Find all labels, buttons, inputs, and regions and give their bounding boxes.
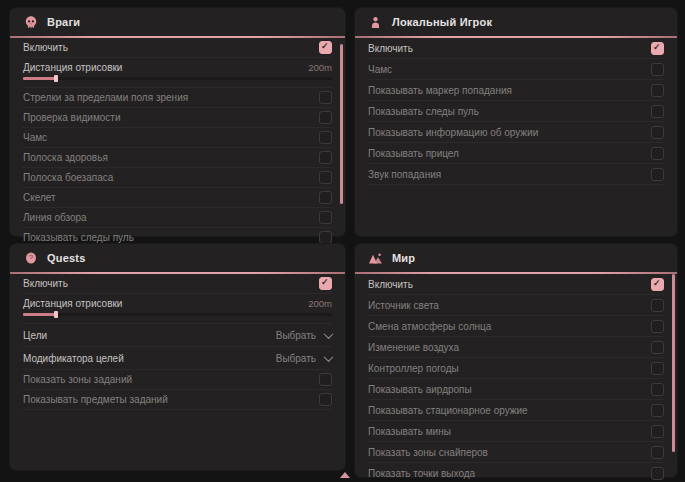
checkbox[interactable]	[651, 425, 664, 438]
slider-track[interactable]	[23, 313, 332, 316]
toggle-row-enable[interactable]: Включить	[368, 38, 664, 59]
checkbox[interactable]	[651, 278, 664, 291]
toggle-row-enable[interactable]: Включить	[23, 38, 332, 58]
toggle-row[interactable]: Показывать информацию об оружии	[368, 122, 664, 143]
slider-value: 200m	[308, 298, 332, 309]
checkbox[interactable]	[319, 373, 332, 386]
toggle-row[interactable]: Изменение воздуха	[368, 337, 664, 358]
checkbox[interactable]	[651, 320, 664, 333]
toggle-row[interactable]: Звук попадания	[368, 164, 664, 185]
toggle-row[interactable]: Показывать предметы заданий	[23, 390, 332, 410]
panel-world-header[interactable]: Мир	[355, 244, 677, 272]
scrollbar[interactable]	[672, 274, 675, 452]
toggle-label: Показать зоны заданий	[23, 374, 132, 385]
checkbox[interactable]	[319, 41, 332, 54]
toggle-label: Показывать маркер попадания	[368, 85, 512, 96]
toggle-row[interactable]: Скелет	[23, 188, 332, 208]
toggle-row[interactable]: Показывать мины	[368, 421, 664, 442]
panel-quests-header[interactable]: Quests	[10, 244, 345, 272]
checkbox[interactable]	[319, 277, 332, 290]
panel-enemies-header[interactable]: Враги	[10, 8, 345, 36]
slider-row-render-distance[interactable]: Дистанция отрисовки 200m	[23, 294, 332, 324]
toggle-label: Показывать следы пуль	[23, 232, 134, 243]
checkbox[interactable]	[319, 231, 332, 244]
panel-local-player: Локальный Игрок Включить Чамс Показывать…	[355, 8, 677, 236]
slider-handle[interactable]	[54, 75, 58, 82]
toggle-row-enable[interactable]: Включить	[23, 274, 332, 294]
checkbox[interactable]	[319, 151, 332, 164]
toggle-row[interactable]: Показывать стационарное оружие	[368, 400, 664, 421]
dropdown-label: Модификатора целей	[23, 353, 124, 364]
checkbox[interactable]	[651, 105, 664, 118]
checkbox[interactable]	[651, 383, 664, 396]
toggle-label: Проверка видимости	[23, 112, 121, 123]
dropdown-row-target-modifiers[interactable]: Модификатора целей Выбрать	[23, 347, 332, 370]
checkbox[interactable]	[651, 341, 664, 354]
toggle-label: Смена атмосферы солнца	[368, 321, 491, 332]
toggle-label: Показать точки выхода	[368, 468, 475, 479]
scrollbar[interactable]	[340, 44, 343, 204]
skull-icon	[23, 15, 38, 30]
panel-title: Локальный Игрок	[392, 16, 492, 28]
toggle-row[interactable]: Источник света	[368, 295, 664, 316]
checkbox[interactable]	[319, 131, 332, 144]
checkbox[interactable]	[651, 446, 664, 459]
checkbox[interactable]	[651, 404, 664, 417]
toggle-row[interactable]: Проверка видимости	[23, 108, 332, 128]
checkbox[interactable]	[651, 63, 664, 76]
chevron-down-icon[interactable]	[324, 352, 334, 362]
scroll-up-triangle-icon[interactable]	[340, 472, 350, 478]
toggle-row[interactable]: Стрелки за пределами поля зрения	[23, 88, 332, 108]
checkbox[interactable]	[651, 84, 664, 97]
dropdown-value[interactable]: Выбрать	[276, 353, 316, 364]
dropdown-row-targets[interactable]: Цели Выбрать	[23, 324, 332, 347]
checkbox[interactable]	[651, 362, 664, 375]
toggle-row[interactable]: Показывать аирдропы	[368, 379, 664, 400]
toggle-row[interactable]: Показывать маркер попадания	[368, 80, 664, 101]
checkbox[interactable]	[651, 147, 664, 160]
slider-handle[interactable]	[54, 311, 58, 318]
checkbox[interactable]	[319, 393, 332, 406]
toggle-row[interactable]: Полоска боезапаса	[23, 168, 332, 188]
toggle-label: Чамс	[368, 64, 392, 75]
slider-value: 200m	[308, 62, 332, 73]
toggle-row[interactable]: Смена атмосферы солнца	[368, 316, 664, 337]
toggle-label: Включить	[23, 42, 68, 53]
dropdown-value[interactable]: Выбрать	[276, 330, 316, 341]
panel-local-player-header[interactable]: Локальный Игрок	[355, 8, 677, 36]
toggle-label: Скелет	[23, 192, 56, 203]
checkbox[interactable]	[319, 91, 332, 104]
toggle-label: Включить	[368, 279, 413, 290]
toggle-row[interactable]: Чамс	[368, 59, 664, 80]
toggle-row[interactable]: Показать зоны заданий	[23, 370, 332, 390]
checkbox[interactable]	[651, 126, 664, 139]
checkbox[interactable]	[319, 111, 332, 124]
checkbox[interactable]	[319, 211, 332, 224]
checkbox[interactable]	[651, 168, 664, 181]
slider-row-render-distance[interactable]: Дистанция отрисовки 200m	[23, 58, 332, 88]
checkbox[interactable]	[651, 467, 664, 480]
toggle-row[interactable]: Показать зоны снайперов	[368, 442, 664, 463]
panel-title: Враги	[47, 16, 80, 28]
toggle-row[interactable]: Линия обзора	[23, 208, 332, 228]
checkbox[interactable]	[319, 171, 332, 184]
toggle-row[interactable]: Чамс	[23, 128, 332, 148]
toggle-row[interactable]: Показать точки выхода	[368, 463, 664, 482]
toggle-label: Включить	[23, 278, 68, 289]
toggle-label: Звук попадания	[368, 169, 441, 180]
toggle-row[interactable]: Показывать прицел	[368, 143, 664, 164]
checkbox[interactable]	[319, 191, 332, 204]
checkbox[interactable]	[651, 42, 664, 55]
slider-track[interactable]	[23, 77, 332, 80]
chevron-down-icon[interactable]	[324, 329, 334, 339]
toggle-label: Показать зоны снайперов	[368, 447, 488, 458]
toggle-row[interactable]: Полоска здоровья	[23, 148, 332, 168]
toggle-row[interactable]: Показывать следы пуль	[368, 101, 664, 122]
toggle-row-enable[interactable]: Включить	[368, 274, 664, 295]
toggle-label: Показывать аирдропы	[368, 384, 472, 395]
checkbox[interactable]	[651, 299, 664, 312]
toggle-label: Показывать мины	[368, 426, 451, 437]
toggle-row[interactable]: Контроллер погоды	[368, 358, 664, 379]
slider-label: Дистанция отрисовки	[23, 62, 122, 73]
panel-enemies: Враги Включить Дистанция отрисовки 200m …	[10, 8, 345, 236]
